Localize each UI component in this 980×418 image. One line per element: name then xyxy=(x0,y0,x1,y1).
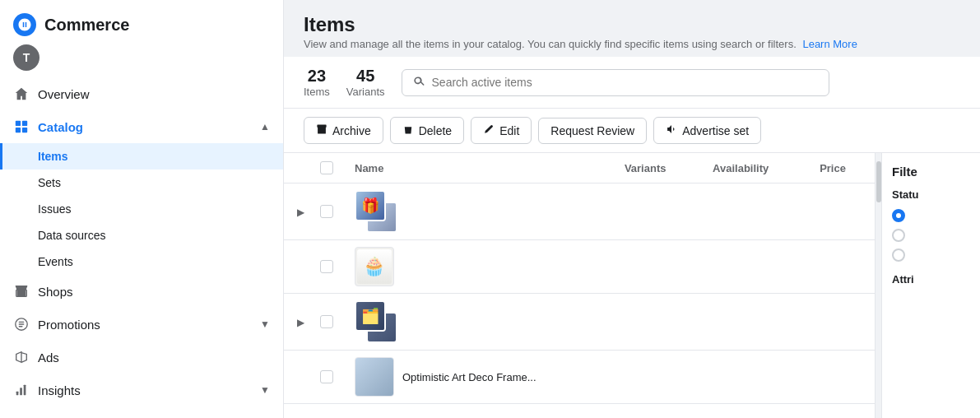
row-checkbox[interactable] xyxy=(320,370,333,383)
scrollbar[interactable] xyxy=(875,153,881,418)
insights-label: Insights xyxy=(38,383,81,397)
sidebar-item-sets[interactable]: Sets xyxy=(0,170,283,196)
sidebar-nav: Overview Catalog ▲ Items Sets Issues Dat… xyxy=(0,77,283,406)
radio-unselected-2 xyxy=(892,248,905,262)
item-thumbnail-stack: 🎁 xyxy=(355,190,397,233)
variants-label: Variants xyxy=(346,86,385,98)
table-filter-container: Name Variants Availability Price ▶ xyxy=(284,153,980,418)
promotions-icon xyxy=(13,316,30,332)
chevron-down-icon: ▼ xyxy=(260,318,270,330)
meta-icon xyxy=(17,17,32,32)
page-header: Items View and manage all the items in y… xyxy=(284,0,980,57)
delete-icon xyxy=(402,123,414,137)
sidebar-item-catalog[interactable]: Catalog ▲ xyxy=(0,110,283,143)
radio-unselected xyxy=(892,229,905,242)
insights-icon xyxy=(13,382,30,398)
filter-title: Filte xyxy=(892,165,970,179)
table-row: ▶ 🗂️ xyxy=(284,294,875,351)
page-description: View and manage all the items in your ca… xyxy=(304,38,960,50)
delete-button[interactable]: Delete xyxy=(390,117,464,144)
row-expand-icon[interactable]: ▶ xyxy=(297,207,304,218)
variants-count: 45 xyxy=(346,67,385,86)
search-input[interactable] xyxy=(432,76,819,89)
sidebar-item-data-sources[interactable]: Data sources xyxy=(0,222,283,248)
filter-option-1[interactable] xyxy=(892,209,970,222)
chevron-up-icon: ▲ xyxy=(260,121,270,132)
table-row: 🧁 xyxy=(284,240,875,294)
shop-icon xyxy=(13,283,30,300)
filter-attr-title: Attri xyxy=(892,273,970,286)
home-icon xyxy=(13,86,30,102)
item-name: Optimistic Art Deco Frame... xyxy=(402,371,536,383)
app-title: Commerce xyxy=(44,16,129,35)
edit-button[interactable]: Edit xyxy=(471,117,532,144)
sidebar-item-label: Overview xyxy=(38,87,90,101)
svg-rect-9 xyxy=(317,124,326,128)
sidebar-item-items[interactable]: Items xyxy=(0,143,283,170)
megaphone-icon xyxy=(666,123,677,137)
svg-rect-8 xyxy=(24,385,26,396)
filter-status-label: Statu xyxy=(892,188,970,201)
chevron-down-icon-insights: ▼ xyxy=(260,384,270,396)
sidebar-item-shops[interactable]: Shops xyxy=(0,275,283,308)
page-title: Items xyxy=(304,13,960,36)
edit-icon xyxy=(483,123,495,137)
ads-label: Ads xyxy=(38,351,59,365)
svg-rect-7 xyxy=(20,388,22,395)
grid-icon xyxy=(13,118,30,135)
row-expand-icon[interactable]: ▶ xyxy=(297,317,304,328)
advertise-set-button[interactable]: Advertise set xyxy=(653,117,761,144)
items-label: Items xyxy=(304,86,330,98)
main-content: Items View and manage all the items in y… xyxy=(284,0,980,418)
meta-logo xyxy=(13,13,36,36)
row-checkbox[interactable] xyxy=(320,315,333,328)
svg-rect-3 xyxy=(22,128,27,132)
col-price: Price xyxy=(806,153,875,183)
col-variants: Variants xyxy=(611,153,699,183)
catalog-label: Catalog xyxy=(38,120,83,134)
sidebar-item-issues[interactable]: Issues xyxy=(0,196,283,222)
archive-icon xyxy=(316,123,327,137)
item-thumbnail-stack-dark: 🗂️ xyxy=(355,300,397,343)
item-thumbnail: 🧁 xyxy=(355,247,394,286)
ads-icon xyxy=(13,349,30,365)
variants-stat: 45 Variants xyxy=(346,67,385,98)
search-box xyxy=(402,69,829,96)
items-count: 23 xyxy=(304,67,330,86)
col-availability: Availability xyxy=(699,153,806,183)
col-name: Name xyxy=(341,153,611,183)
item-thumbnail-small xyxy=(355,357,394,397)
content-card: 23 Items 45 Variants Archive xyxy=(284,57,980,418)
select-all-checkbox[interactable] xyxy=(320,161,333,174)
table-row: ▶ 🎁 xyxy=(284,183,875,240)
sidebar-item-ads[interactable]: Ads xyxy=(0,341,283,374)
row-checkbox[interactable] xyxy=(320,205,333,218)
filter-panel: Filte Statu Attri xyxy=(881,153,980,418)
items-table: Name Variants Availability Price ▶ xyxy=(284,153,875,418)
radio-selected xyxy=(892,209,905,222)
table-row: Optimistic Art Deco Frame... xyxy=(284,351,875,404)
svg-rect-0 xyxy=(16,121,21,126)
sidebar-item-promotions[interactable]: Promotions ▼ xyxy=(0,308,283,341)
archive-button[interactable]: Archive xyxy=(304,117,383,144)
svg-rect-1 xyxy=(22,121,27,126)
sidebar-item-insights[interactable]: Insights ▼ xyxy=(0,374,283,406)
avatar[interactable]: T xyxy=(13,44,39,71)
sidebar-item-overview[interactable]: Overview xyxy=(0,77,283,110)
svg-rect-2 xyxy=(16,128,21,132)
action-bar: Archive Delete Edit Request Review xyxy=(284,109,980,153)
svg-rect-6 xyxy=(16,392,19,396)
sidebar-item-events[interactable]: Events xyxy=(0,248,283,275)
items-stat: 23 Items xyxy=(304,67,330,98)
filter-option-2[interactable] xyxy=(892,229,970,242)
request-review-button[interactable]: Request Review xyxy=(538,118,647,144)
row-checkbox[interactable] xyxy=(320,260,333,273)
sidebar: Commerce T Overview Catalog ▲ Items Sets xyxy=(0,0,284,418)
stats-search-bar: 23 Items 45 Variants xyxy=(284,57,980,109)
promotions-label: Promotions xyxy=(38,318,100,332)
filter-option-3[interactable] xyxy=(892,248,970,262)
learn-more-link[interactable]: Learn More xyxy=(802,38,857,50)
search-icon xyxy=(412,75,425,91)
shops-label: Shops xyxy=(38,285,73,299)
